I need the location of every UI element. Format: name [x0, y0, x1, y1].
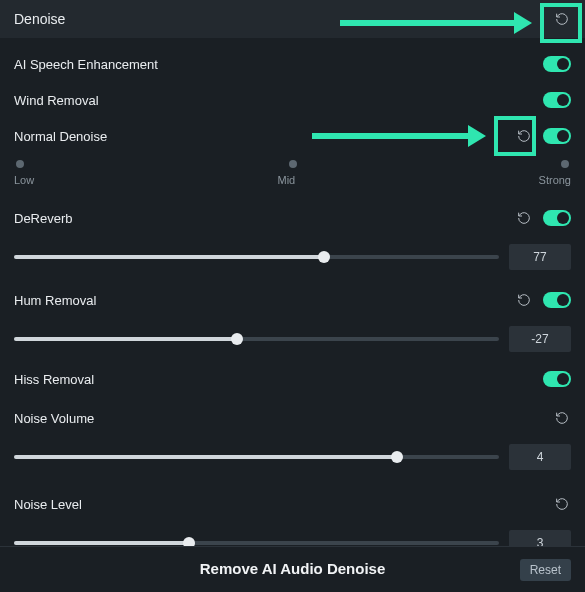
normal-denoise-row: Normal Denoise: [14, 118, 571, 154]
ai-speech-row: AI Speech Enhancement: [14, 46, 571, 82]
tick-label-low: Low: [14, 174, 34, 186]
noise-volume-label: Noise Volume: [14, 411, 94, 426]
hum-removal-slider[interactable]: [14, 329, 499, 349]
dereverb-value[interactable]: 77: [509, 244, 571, 270]
dereverb-reset-icon[interactable]: [515, 209, 533, 227]
tick-label-strong: Strong: [539, 174, 571, 186]
footer: Remove AI Audio Denoise Reset: [0, 546, 585, 592]
wind-removal-row: Wind Removal: [14, 82, 571, 118]
dereverb-label: DeReverb: [14, 211, 73, 226]
reset-icon[interactable]: [553, 10, 571, 28]
noise-volume-row: Noise Volume: [14, 400, 571, 436]
noise-volume-reset-icon[interactable]: [553, 409, 571, 427]
hum-removal-label: Hum Removal: [14, 293, 96, 308]
wind-removal-toggle[interactable]: [543, 92, 571, 108]
ai-speech-toggle[interactable]: [543, 56, 571, 72]
footer-title: Remove AI Audio Denoise: [200, 560, 386, 577]
hiss-removal-row: Hiss Removal: [14, 364, 571, 400]
section-title: Denoise: [14, 11, 65, 27]
annotation-arrow-header: [340, 18, 532, 28]
hiss-removal-label: Hiss Removal: [14, 372, 94, 387]
tick-mid: [289, 160, 297, 168]
dereverb-slider[interactable]: [14, 247, 499, 267]
annotation-arrow-row: [312, 131, 486, 141]
hiss-removal-toggle[interactable]: [543, 371, 571, 387]
normal-denoise-slider[interactable]: Low Mid Strong: [14, 156, 571, 200]
normal-denoise-toggle[interactable]: [543, 128, 571, 144]
tick-low: [16, 160, 24, 168]
tick-label-mid: Mid: [278, 174, 296, 186]
denoise-header: Denoise: [0, 0, 585, 38]
normal-denoise-label: Normal Denoise: [14, 129, 107, 144]
hum-removal-value[interactable]: -27: [509, 326, 571, 352]
normal-denoise-reset-icon[interactable]: [515, 127, 533, 145]
noise-level-reset-icon[interactable]: [553, 495, 571, 513]
dereverb-toggle[interactable]: [543, 210, 571, 226]
noise-volume-slider[interactable]: [14, 447, 499, 467]
hum-removal-row: Hum Removal: [14, 282, 571, 318]
noise-volume-value[interactable]: 4: [509, 444, 571, 470]
wind-removal-label: Wind Removal: [14, 93, 99, 108]
noise-level-label: Noise Level: [14, 497, 82, 512]
tick-strong: [561, 160, 569, 168]
ai-speech-label: AI Speech Enhancement: [14, 57, 158, 72]
hum-removal-reset-icon[interactable]: [515, 291, 533, 309]
dereverb-row: DeReverb: [14, 200, 571, 236]
noise-level-value[interactable]: 3: [509, 530, 571, 546]
hum-removal-toggle[interactable]: [543, 292, 571, 308]
noise-level-row: Noise Level: [14, 486, 571, 522]
noise-level-slider[interactable]: [14, 533, 499, 546]
footer-reset-button[interactable]: Reset: [520, 559, 571, 581]
